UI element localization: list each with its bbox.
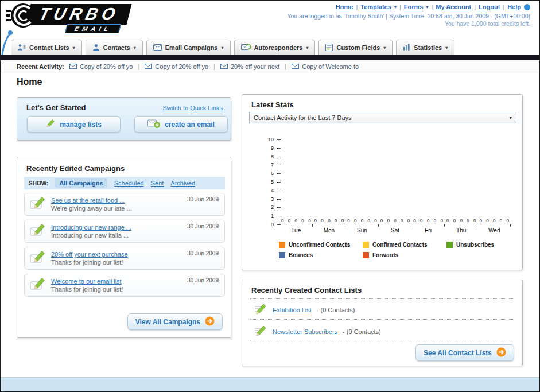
header-link-my-account[interactable]: My Account <box>436 3 471 10</box>
get-started-title: Let's Get Started <box>26 103 86 112</box>
dotted-divider <box>250 340 514 340</box>
header-link-help[interactable]: Help <box>507 3 521 10</box>
filter-tab-all-campaigns[interactable]: All Campaigns <box>55 178 107 188</box>
recent-campaigns-title: Recently Edited Campaigns <box>26 164 125 173</box>
list-pencil-icon <box>254 303 267 317</box>
chevron-down-icon: ▾ <box>306 45 308 51</box>
x-axis-label: Mon <box>313 227 346 234</box>
recent-activity-item[interactable]: Copy of 20% off yo <box>145 63 208 70</box>
separator: | <box>285 63 286 70</box>
envelope-pencil-icon <box>30 196 46 212</box>
chevron-down-icon: ▾ <box>221 45 223 51</box>
y-axis-label: 0 <box>271 222 274 227</box>
legend-swatch <box>279 242 285 248</box>
campaign-item[interactable]: See us at the retail food ... We're givi… <box>24 193 225 216</box>
chevron-down-icon: ▾ <box>445 45 448 51</box>
see-all-contact-lists-button[interactable]: See All Contact Lists <box>415 344 514 361</box>
separator: | <box>503 3 504 10</box>
value-labels: 00000 <box>413 218 443 223</box>
tab-email-campaigns[interactable]: Email Campaigns ▾ <box>146 40 231 55</box>
bar-chart-icon <box>403 44 410 52</box>
chevron-down-icon: ▾ <box>426 5 428 10</box>
tab-label: Email Campaigns <box>165 44 218 51</box>
header-link-forms[interactable]: Forms <box>404 3 424 10</box>
tab-contacts[interactable]: Contacts ▾ <box>86 40 143 55</box>
value-labels: 00000 <box>347 218 377 223</box>
turbo-email-logo[interactable]: TURBO EMAIL <box>6 3 129 33</box>
activity-item-label: Copy of 20% off yo <box>155 63 208 70</box>
legend-entry: Unsubscribes <box>446 242 530 248</box>
manage-lists-label: manage lists <box>60 121 102 129</box>
create-email-label: create an email <box>165 121 215 129</box>
filter-tab-archived[interactable]: Archived <box>170 180 195 187</box>
contact-list-item[interactable]: Newsletter Subscribers - (0 Contacts) <box>254 325 381 339</box>
separator: | <box>431 3 433 10</box>
view-all-campaigns-button[interactable]: View All Campaigns <box>127 313 223 330</box>
filter-tab-sent[interactable]: Sent <box>151 180 164 187</box>
campaign-subtitle: Thanks for joining our list! <box>51 258 128 266</box>
legend-entry: Unconfirmed Contacts <box>279 242 363 248</box>
help-bubble-icon[interactable] <box>524 4 530 10</box>
header-link-templates[interactable]: Templates <box>360 3 391 10</box>
manage-lists-button[interactable]: manage lists <box>27 116 121 133</box>
tab-contact-lists[interactable]: Contact Lists ▾ <box>11 40 82 55</box>
header-link-logout[interactable]: Logout <box>479 3 500 10</box>
y-axis-label: 4 <box>271 188 274 193</box>
legend-swatch <box>446 242 453 248</box>
contact-list-item[interactable]: Exhibition List - (0 Contacts) <box>254 303 355 317</box>
chart-day-group: 00000Tue <box>279 139 313 224</box>
x-axis-label: Tue <box>279 227 313 234</box>
get-started-panel: Let's Get Started Switch to Quick Links … <box>17 97 231 141</box>
list-pencil-icon <box>254 325 267 339</box>
y-axis-label: 6 <box>271 170 274 176</box>
value-labels: 00000 <box>446 218 476 223</box>
campaign-item[interactable]: Introducing our new range ... Introducin… <box>24 220 225 243</box>
campaign-title-link[interactable]: Introducing our new range ... <box>51 223 131 231</box>
credits-remaining-text: You have 1,000 total credits left. <box>445 20 530 27</box>
recent-activity-item[interactable]: Copy of Welcome to <box>292 63 359 70</box>
filter-tab-scheduled[interactable]: Scheduled <box>114 180 144 187</box>
campaign-item[interactable]: 20% off your next purchase Thanks for jo… <box>24 247 225 270</box>
envelope-icon <box>153 44 162 52</box>
tab-autoresponders[interactable]: Autoresponders ▾ <box>234 40 316 55</box>
contact-lists-icon <box>18 44 26 52</box>
recent-campaigns-panel: Recently Edited Campaigns SHOW: All Camp… <box>17 157 231 338</box>
turbo-email-dashboard: TURBO EMAIL Home | Templates ▾ | Forms ▾… <box>0 0 540 392</box>
x-axis-label: Wed <box>477 227 511 234</box>
switch-quick-links-link[interactable]: Switch to Quick Links <box>162 104 223 111</box>
separator: | <box>213 63 215 70</box>
separator: | <box>399 3 401 10</box>
recent-activity-item[interactable]: Copy of 20% off yo <box>69 63 133 70</box>
campaign-item[interactable]: Welcome to our email list Thanks for joi… <box>24 274 225 297</box>
envelope-pencil-icon <box>30 277 46 293</box>
chart-groups: 00000Tue00000Mon00000Sun00000Sat00000Fri… <box>279 139 511 224</box>
contact-list-name-link[interactable]: Newsletter Subscribers <box>273 328 337 335</box>
tab-statistics[interactable]: Statistics ▾ <box>396 40 454 55</box>
tab-label: Contact Lists <box>29 44 69 51</box>
envelope-icon <box>69 63 77 70</box>
separator: | <box>138 63 139 70</box>
chart-day-group: 00000Fri <box>411 139 445 224</box>
chevron-down-icon: ▾ <box>509 115 512 121</box>
header-link-home[interactable]: Home <box>336 3 353 10</box>
campaign-date: 30 Jun 2009 <box>187 196 219 203</box>
y-axis-tick <box>277 165 281 165</box>
autoresponder-icon <box>241 44 251 52</box>
chart-day-group: 00000Sat <box>379 139 412 224</box>
header-links: Home | Templates ▾ | Forms ▾ | My Accoun… <box>336 3 530 10</box>
campaign-title-link[interactable]: See us at the retail food ... <box>51 196 132 204</box>
contact-list-name-link[interactable]: Exhibition List <box>273 306 312 313</box>
x-axis-label: Thu <box>445 227 478 234</box>
chart-plot: 00000Tue00000Mon00000Sun00000Sat00000Fri… <box>279 139 511 224</box>
campaign-title-link[interactable]: Welcome to our email list <box>51 277 123 285</box>
campaign-title-link[interactable]: 20% off your next purchase <box>51 250 128 258</box>
create-email-button[interactable]: create an email <box>134 116 228 133</box>
y-axis-tick <box>277 207 281 208</box>
contact-list-count: - (0 Contacts) <box>343 328 381 335</box>
stats-period-select[interactable]: Contact Activity for the Last 7 Days ▾ <box>249 112 516 123</box>
logo-wordmark: TURBO EMAIL <box>28 4 129 33</box>
x-axis-label: Sun <box>345 227 379 234</box>
recent-activity-bar: Recent Activity: Copy of 20% off yo | Co… <box>1 60 540 73</box>
recent-activity-item[interactable]: 20% off your next <box>220 63 279 70</box>
tab-custom-fields[interactable]: Custom Fields ▾ <box>318 40 393 55</box>
